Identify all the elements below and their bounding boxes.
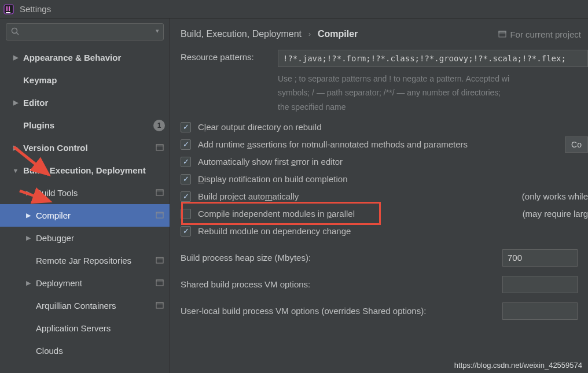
chevron-down-icon[interactable]: ▾: [156, 27, 159, 35]
checkbox[interactable]: ✓: [181, 157, 191, 167]
checkbox[interactable]: ✓: [181, 209, 191, 219]
sidebar-item-label: Plugins: [23, 120, 153, 130]
sidebar-item-application-servers[interactable]: Application Servers: [0, 317, 170, 339]
svg-rect-13: [156, 257, 163, 259]
svg-rect-17: [156, 302, 163, 304]
window-title: Settings: [20, 4, 51, 14]
checkbox[interactable]: ✓: [181, 226, 191, 237]
user-vm-label: User-local build process VM options (ove…: [181, 306, 502, 316]
project-scope-icon: [156, 256, 165, 265]
shared-vm-label: Shared build process VM options:: [181, 279, 502, 289]
resource-patterns-label: Resource patterns:: [181, 50, 278, 62]
sidebar-item-debugger[interactable]: ▶Debugger: [0, 227, 170, 249]
search-input[interactable]: [6, 23, 164, 40]
project-scope-icon: [156, 279, 165, 288]
sidebar-item-appearance-behavior[interactable]: ▶Appearance & Behavior: [0, 46, 170, 69]
sidebar-item-build-tools[interactable]: ▶Build Tools: [0, 182, 170, 204]
checkbox-label[interactable]: Rebuild module on dependency change: [198, 226, 351, 236]
sidebar-item-label: Remote Jar Repositories: [36, 256, 153, 265]
sidebar-item-build-execution-deployment[interactable]: ▼Build, Execution, Deployment: [0, 159, 170, 182]
checkbox-label[interactable]: Clear output directory on rebuild: [198, 122, 321, 132]
breadcrumb-1[interactable]: Build, Execution, Deployment: [181, 29, 302, 39]
user-vm-input[interactable]: [502, 302, 578, 320]
chevron-right-icon: ▶: [24, 189, 32, 197]
project-scope-icon: [156, 211, 165, 220]
svg-rect-19: [499, 31, 506, 33]
checkbox-row: ✓Build project automatically(only works …: [181, 188, 588, 205]
checkbox-row: ✓Display notification on build completio…: [181, 171, 588, 188]
project-scope-icon: [156, 143, 165, 153]
sidebar-item-label: Deployment: [36, 278, 153, 288]
svg-rect-1: [6, 6, 8, 11]
checkbox[interactable]: ✓: [181, 191, 191, 202]
checkbox[interactable]: ✓: [181, 174, 191, 184]
watermark: https://blog.csdn.net/weixin_42559574: [454, 361, 582, 370]
breadcrumb: Build, Execution, Deployment › Compiler …: [181, 29, 588, 39]
project-scope-icon: [156, 189, 165, 198]
breadcrumb-2: Compiler: [318, 29, 358, 39]
resource-hint: symbols; / — path separator; /**/ — any …: [278, 87, 588, 98]
sidebar-item-label: Arquillian Containers: [36, 301, 153, 311]
configure-button[interactable]: Co: [565, 136, 588, 153]
svg-line-5: [17, 33, 19, 35]
shared-vm-input[interactable]: [502, 276, 578, 293]
checkbox-row: ✓Clear output directory on rebuild: [181, 119, 588, 136]
checkbox-row: ✓Add runtime assertions for notnull-anno…: [181, 136, 588, 153]
sidebar-item-label: Build Tools: [36, 188, 153, 198]
sidebar-item-label: Compiler: [36, 210, 153, 220]
sidebar-item-label: Application Servers: [36, 323, 165, 333]
sidebar-item-deployment[interactable]: ▶Deployment: [0, 272, 170, 294]
checkbox-row: ✓Automatically show first error in edito…: [181, 153, 588, 171]
svg-rect-2: [9, 6, 10, 11]
sidebar-item-label: Version Control: [23, 143, 153, 153]
chevron-right-icon: ▶: [12, 144, 20, 152]
checkbox-label[interactable]: Automatically show first error in editor: [198, 157, 343, 167]
chevron-right-icon: ▶: [12, 54, 20, 61]
sidebar-item-label: Clouds: [36, 346, 165, 356]
for-current-project: For current project: [498, 29, 581, 39]
chevron-right-icon: ›: [308, 30, 311, 38]
chevron-right-icon: ▶: [24, 279, 32, 287]
sidebar-item-label: Editor: [23, 98, 165, 108]
sidebar-item-version-control[interactable]: ▶Version Control: [0, 136, 170, 159]
sidebar-item-label: Build, Execution, Deployment: [23, 165, 165, 175]
count-badge: 1: [153, 120, 165, 131]
sidebar-item-keymap[interactable]: Keymap: [0, 69, 170, 91]
checkbox-label[interactable]: Add runtime assertions for notnull-annot…: [198, 139, 468, 149]
chevron-right-icon: ▶: [24, 212, 32, 219]
svg-rect-15: [156, 280, 163, 282]
heap-size-input[interactable]: [502, 249, 578, 267]
sidebar-item-plugins[interactable]: Plugins1: [0, 114, 170, 136]
checkbox[interactable]: ✓: [181, 122, 191, 132]
checkbox-row: ✓Compile independent modules in parallel…: [181, 205, 588, 223]
heap-size-label: Build process heap size (Mbytes):: [181, 253, 502, 263]
resource-patterns-input[interactable]: [278, 50, 588, 67]
sidebar-item-arquillian-containers[interactable]: Arquillian Containers: [0, 294, 170, 317]
chevron-down-icon: ▼: [12, 167, 20, 174]
checkbox-label[interactable]: Display notification on build completion: [198, 174, 348, 184]
settings-main: Build, Execution, Deployment › Compiler …: [170, 19, 588, 373]
sidebar-item-clouds[interactable]: Clouds: [0, 339, 170, 362]
sidebar-item-remote-jar-repositories[interactable]: Remote Jar Repositories: [0, 249, 170, 272]
settings-tree: ▶Appearance & BehaviorKeymap▶EditorPlugi…: [0, 46, 170, 373]
sidebar-item-compiler[interactable]: ▶Compiler: [0, 204, 170, 227]
checkbox-note: (only works while: [522, 191, 588, 201]
sidebar-item-label: Debugger: [36, 233, 165, 243]
sidebar-item-label: Appearance & Behavior: [23, 53, 165, 62]
checkbox[interactable]: ✓: [181, 139, 191, 150]
app-icon: [3, 4, 14, 14]
checkbox-label[interactable]: Compile independent modules in parallel: [198, 209, 355, 219]
svg-point-4: [12, 28, 17, 34]
checkbox-label[interactable]: Build project automatically: [198, 191, 299, 201]
resource-hint: Use ; to separate patterns and ! to nega…: [278, 73, 588, 84]
svg-rect-3: [6, 12, 10, 13]
svg-rect-7: [156, 145, 163, 146]
checkbox-row: ✓Rebuild module on dependency change: [181, 223, 588, 240]
chevron-right-icon: ▶: [24, 234, 32, 242]
svg-rect-11: [156, 212, 163, 214]
sidebar-item-label: Keymap: [23, 75, 165, 85]
sidebar-item-editor[interactable]: ▶Editor: [0, 91, 170, 114]
resource-hint: the specified name: [278, 101, 588, 113]
project-scope-icon: [156, 301, 165, 311]
checkbox-note: (may require larg: [523, 209, 588, 219]
